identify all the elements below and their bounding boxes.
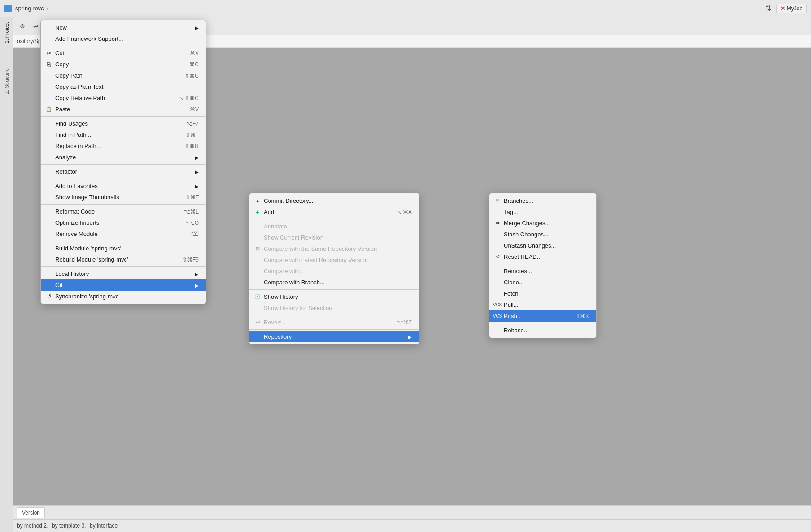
menu-item-rebase-label: Rebase... <box>504 327 529 334</box>
menu-item-branches[interactable]: ⑂ Branches... <box>489 195 596 206</box>
menu-item-local-history[interactable]: Local History <box>41 268 206 279</box>
menu-item-git[interactable]: Git <box>41 279 206 291</box>
copy-icon: ⎘ <box>44 61 53 68</box>
menu-item-cut[interactable]: Cut ⌘X <box>41 48 206 59</box>
menu-item-commit-dir-label: Commit Directory... <box>264 197 313 204</box>
menu-item-merge-changes-label: Merge Changes... <box>504 220 550 227</box>
menu-item-cut-label: Cut <box>55 50 64 57</box>
menu-item-copy-relative[interactable]: Copy Relative Path ⌥⇧⌘C <box>41 92 206 104</box>
separator-5 <box>41 204 206 205</box>
revert-shortcut: ⌥⌘Z <box>386 319 412 326</box>
menu-item-find-usages[interactable]: Find Usages ⌥F7 <box>41 118 206 129</box>
submenu-arrow-new <box>190 25 199 31</box>
menu-item-show-thumbnails-label: Show Image Thumbnails <box>55 194 119 201</box>
menu-item-replace-in-path[interactable]: Replace in Path... ⇧⌘R <box>41 140 206 152</box>
menu-item-revert-label: Revert... <box>264 319 286 326</box>
sync-icon: ↺ <box>44 293 53 299</box>
menu-item-copy-path[interactable]: Copy Path ⇧⌘C <box>41 70 206 81</box>
menu-item-copy-plain[interactable]: Copy as Plain Text <box>41 81 206 92</box>
replace-in-path-shortcut: ⇧⌘R <box>174 143 199 149</box>
separator-4 <box>41 179 206 179</box>
menu-item-stash-label: Stash Changes... <box>504 231 549 238</box>
repo-sep-1 <box>489 264 596 264</box>
menu-item-add-to-favorites-label: Add to Favorites <box>55 183 98 189</box>
menu-item-clone[interactable]: Clone... <box>489 277 596 288</box>
menu-item-tag[interactable]: Tag... <box>489 206 596 218</box>
menu-item-synchronize[interactable]: ↺ Synchronize 'spring-mvc' <box>41 291 206 302</box>
menu-item-merge-changes[interactable]: ⇒ Merge Changes... <box>489 218 596 229</box>
menu-item-compare-branch-label: Compare with Branch... <box>264 279 325 286</box>
menu-item-show-thumbnails[interactable]: Show Image Thumbnails ⇧⌘T <box>41 192 206 203</box>
find-usages-shortcut: ⌥F7 <box>175 121 199 127</box>
copy-shortcut: ⌘C <box>179 61 199 68</box>
toolbar-btn-toggle[interactable]: ⇌ <box>31 21 41 31</box>
sidebar-tab-project[interactable]: 1: Project <box>2 20 11 46</box>
git-icon[interactable]: ⇅ <box>765 4 771 13</box>
menu-item-pull[interactable]: VCS Pull... <box>489 299 596 310</box>
menu-item-compare-branch[interactable]: Compare with Branch... <box>249 277 419 288</box>
submenu-arrow-git <box>190 283 199 288</box>
menu-item-rebase[interactable]: Rebase... <box>489 325 596 336</box>
status-text: by method 2、by template 3、by interface <box>17 522 118 530</box>
menu-item-compare-same-label: Compare with the Same Repository Version <box>264 245 377 252</box>
repo-sep-2 <box>489 323 596 323</box>
menu-item-paste[interactable]: 📋 Paste ⌘V <box>41 104 206 115</box>
revert-icon: ↩ <box>253 319 262 326</box>
myjob-label: MyJob <box>787 5 802 12</box>
menu-item-remotes[interactable]: Remotes... <box>489 266 596 277</box>
myjob-button[interactable]: ✕ MyJob <box>776 4 807 13</box>
menu-item-push-label: Push... <box>504 313 522 319</box>
menu-item-build-module[interactable]: Build Module 'spring-mvc' <box>41 243 206 254</box>
menu-item-rebuild-module[interactable]: Rebuild Module 'spring-mvc' ⇧⌘F9 <box>41 254 206 265</box>
toolbar-btn-sync[interactable]: ⊕ <box>17 21 28 31</box>
menu-item-show-history[interactable]: 🕐 Show History <box>249 291 419 302</box>
menu-item-find-usages-label: Find Usages <box>55 120 88 127</box>
project-icon <box>4 5 12 12</box>
project-name: spring-mvc <box>15 5 44 12</box>
commit-icon: ● <box>253 198 262 204</box>
menu-item-copy-path-label: Copy Path <box>55 72 83 79</box>
menu-item-commit-dir[interactable]: ● Commit Directory... <box>249 195 419 206</box>
context-menu-main: New Add Framework Support... Cut ⌘X ⎘ Co… <box>40 20 206 304</box>
push-shortcut: ⇧⌘K <box>565 313 589 319</box>
version-control-tab[interactable]: Version <box>17 507 45 518</box>
menu-item-add[interactable]: Add ⌥⌘A <box>249 206 419 218</box>
menu-item-push[interactable]: VCS Push... ⇧⌘K <box>489 310 596 322</box>
menu-item-show-history-selection: Show History for Selection <box>249 302 419 314</box>
menu-item-unstash-changes[interactable]: UnStash Changes... <box>489 240 596 251</box>
menu-item-remove-module-label: Remove Module <box>55 231 98 237</box>
reset-head-icon: ↺ <box>493 254 502 260</box>
menu-item-copy-relative-label: Copy Relative Path <box>55 95 105 101</box>
menu-item-copy[interactable]: ⎘ Copy ⌘C <box>41 59 206 70</box>
paste-icon: 📋 <box>44 106 53 112</box>
menu-item-annotate: Annotate <box>249 221 419 232</box>
menu-item-refactor-label: Refactor <box>55 168 77 175</box>
menu-item-copy-label: Copy <box>55 61 69 68</box>
menu-item-stash-changes[interactable]: Stash Changes... <box>489 229 596 240</box>
push-icon: VCS <box>493 314 502 318</box>
menu-item-optimize-imports[interactable]: Optimize Imports ^⌥O <box>41 217 206 228</box>
menu-item-reset-head[interactable]: ↺ Reset HEAD... <box>489 251 596 262</box>
menu-item-sync-label: Synchronize 'spring-mvc' <box>55 293 120 300</box>
menu-item-show-current-rev-label: Show Current Revision <box>264 234 323 241</box>
left-sidebar: 1: Project Z: Structure <box>0 17 13 532</box>
submenu-arrow-repo <box>403 334 412 340</box>
menu-item-rebuild-label: Rebuild Module 'spring-mvc' <box>55 256 128 263</box>
menu-item-refactor[interactable]: Refactor <box>41 166 206 177</box>
menu-item-add-framework[interactable]: Add Framework Support... <box>41 33 206 44</box>
menu-item-repository[interactable]: Repository <box>249 331 419 342</box>
menu-item-build-label: Build Module 'spring-mvc' <box>55 245 121 252</box>
menu-item-compare-with: Compare with... <box>249 266 419 277</box>
menu-item-remove-module[interactable]: Remove Module ⌫ <box>41 228 206 240</box>
menu-item-add-to-favorites[interactable]: Add to Favorites <box>41 180 206 192</box>
menu-item-reformat[interactable]: Reformat Code ⌥⌘L <box>41 206 206 217</box>
menu-item-compare-latest: Compare with Latest Repository Version <box>249 254 419 266</box>
menu-item-clone-label: Clone... <box>504 279 524 286</box>
menu-item-new[interactable]: New <box>41 22 206 33</box>
submenu-arrow-analyze <box>190 155 199 160</box>
menu-item-analyze[interactable]: Analyze <box>41 152 206 163</box>
menu-item-find-in-path[interactable]: Find in Path... ⇧⌘F <box>41 129 206 140</box>
menu-item-fetch[interactable]: Fetch <box>489 288 596 299</box>
separator-6 <box>41 241 206 241</box>
sidebar-tab-structure[interactable]: Z: Structure <box>2 65 11 96</box>
